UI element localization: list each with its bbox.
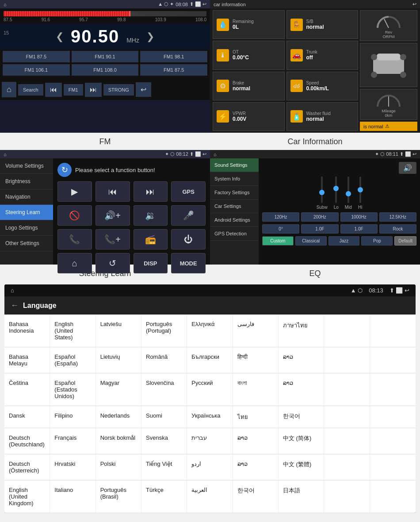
steering-refresh-btn[interactable]: ↻ [57, 163, 72, 177]
steering-btn-phone[interactable]: 📞 [57, 229, 92, 249]
lang-cell[interactable]: Türkçe [141, 480, 187, 513]
lang-cell[interactable]: Svenska [141, 428, 187, 454]
eq-slider-mid-knob[interactable] [346, 191, 351, 196]
lang-cell[interactable]: 中文 (繁體) [279, 454, 324, 480]
lang-cell[interactable]: 한국어 [233, 480, 279, 513]
fm-preset-6[interactable]: FM1 87.5 [140, 64, 207, 76]
fm-slider-area[interactable]: 87.5 91.6 95.7 99.8 103.9 108.0 [0, 8, 210, 24]
steering-menu-steering-learn[interactable]: Steering Learn [0, 205, 53, 220]
lang-cell[interactable]: Português (Portugal) [141, 315, 187, 347]
eq-default-btn[interactable]: Default [394, 236, 416, 246]
lang-cell[interactable]: Suomi [141, 406, 187, 428]
lang-back-btn[interactable]: ← [11, 301, 19, 310]
eq-slider-subw-knob[interactable] [319, 190, 325, 195]
eq-slider-lo-track[interactable] [335, 177, 337, 203]
steering-btn-play[interactable]: ▶ [57, 181, 92, 202]
steering-menu-other[interactable]: Other Settings [0, 236, 53, 251]
lang-cell[interactable]: Čeština [4, 373, 50, 406]
lang-cell[interactable]: Norsk bokmål [96, 428, 141, 454]
steering-btn-mute[interactable]: 🚫 [57, 205, 92, 226]
steering-btn-vol-up[interactable]: 🔊+ [95, 205, 130, 226]
fm-home-btn[interactable]: ⌂ [2, 82, 16, 97]
eq-val-3[interactable]: Rock [379, 224, 416, 234]
lang-cell[interactable]: Dansk [4, 406, 50, 428]
steering-btn-power[interactable]: ⏻ [171, 229, 206, 249]
eq-freq-200[interactable]: 200Hz [301, 212, 338, 222]
fm-preset-2[interactable]: FM1 90.1 [72, 51, 139, 62]
fm-prev-freq-btn[interactable]: ❮ [56, 31, 64, 42]
car-info-back-icon[interactable]: ↩ [412, 1, 416, 7]
lang-cell[interactable]: 한국어 [279, 406, 324, 428]
lang-cell[interactable]: Deutsch (Deutschland) [4, 428, 50, 454]
steering-btn-home[interactable]: ⌂ [57, 253, 92, 273]
lang-cell[interactable]: Русский [187, 373, 233, 406]
lang-cell[interactable]: العربية [187, 480, 233, 513]
fm-band-btn[interactable]: FM1 [64, 84, 83, 96]
fm-preset-3[interactable]: FM1 98.1 [140, 51, 207, 62]
eq-freq-1000[interactable]: 1000Hz [340, 212, 378, 222]
eq-preset-custom[interactable]: Custom [262, 236, 294, 246]
lang-cell[interactable]: Magyar [96, 373, 141, 406]
lang-cell[interactable]: Bahasa Indonesia [4, 315, 50, 347]
lang-cell[interactable]: 日本語 [279, 480, 324, 513]
lang-cell[interactable]: বাংলা [233, 373, 279, 406]
steering-menu-navigation[interactable]: Navigation [0, 189, 53, 205]
fm-next-btn[interactable]: ⏭ [85, 83, 102, 97]
fm-signal-btn[interactable]: STRONG [103, 84, 134, 96]
fm-preset-5[interactable]: FM1 108.0 [72, 64, 139, 76]
lang-cell[interactable]: ລາວ [233, 454, 279, 480]
eq-slider-subw-track[interactable] [321, 177, 323, 203]
fm-preset-1[interactable]: FM1 87.5 [3, 51, 70, 62]
lang-cell[interactable]: Български [187, 347, 233, 373]
eq-menu-system[interactable]: System Info [210, 172, 259, 186]
lang-cell[interactable]: ไทย [233, 406, 279, 428]
eq-freq-125k[interactable]: 12.5KHz [379, 212, 416, 222]
fm-slider-track[interactable] [4, 11, 206, 16]
lang-cell[interactable]: ລາວ [233, 428, 279, 454]
steering-btn-disp[interactable]: DISP [134, 253, 168, 273]
lang-cell[interactable]: Bahasa Melayu [4, 347, 50, 373]
fm-preset-4[interactable]: FM1 106.1 [3, 64, 70, 76]
eq-freq-120[interactable]: 120Hz [262, 212, 299, 222]
lang-cell[interactable]: Italiano [50, 480, 95, 513]
lang-cell[interactable]: עברית [187, 428, 233, 454]
lang-cell[interactable]: Español (España) [50, 347, 95, 373]
lang-cell[interactable]: Filipino [50, 406, 95, 428]
eq-slider-mid-track[interactable] [347, 177, 349, 203]
lang-cell[interactable]: ລາວ [279, 347, 324, 373]
lang-cell[interactable]: Română [141, 347, 187, 373]
steering-btn-prev[interactable]: ⏮ [95, 181, 130, 202]
eq-menu-gps[interactable]: GPS Detection [210, 227, 259, 241]
lang-cell[interactable]: English (United States) [50, 315, 95, 347]
lang-cell[interactable]: Slovenčina [141, 373, 187, 406]
lang-cell[interactable]: हिन्दी [233, 347, 279, 373]
fm-back-btn[interactable]: ↩ [136, 82, 151, 97]
eq-val-2[interactable]: 1.0F [340, 224, 378, 234]
steering-btn-gps[interactable]: GPS [171, 181, 206, 202]
eq-menu-sound[interactable]: Sound Settings [210, 158, 259, 172]
lang-cell[interactable]: Deutsch (Österreich) [4, 454, 50, 480]
steering-btn-radio[interactable]: 📻 [134, 229, 168, 249]
steering-menu-logo[interactable]: Logo Settings [0, 220, 53, 236]
lang-cell[interactable]: اردو [187, 454, 233, 480]
eq-val-1[interactable]: 1.0F [301, 224, 338, 234]
eq-preset-classical[interactable]: Classical [295, 236, 327, 246]
eq-preset-jazz[interactable]: Jazz [328, 236, 360, 246]
eq-val-0[interactable]: 0° [262, 224, 299, 234]
lang-cell[interactable]: 中文 (简体) [279, 428, 324, 454]
lang-cell[interactable]: فارسی [233, 315, 279, 347]
eq-slider-hi-knob[interactable] [358, 187, 363, 192]
lang-cell[interactable]: Tiếng Việt [141, 454, 187, 480]
fm-search-btn[interactable]: Search [18, 84, 43, 96]
steering-btn-undo[interactable]: ↺ [95, 253, 130, 273]
fm-next-freq-btn[interactable]: ❯ [146, 31, 154, 42]
eq-menu-car[interactable]: Car Settings [210, 200, 259, 213]
lang-cell[interactable]: ລາວ [279, 373, 324, 406]
lang-cell[interactable]: Português (Brasil) [96, 480, 141, 513]
eq-menu-factory[interactable]: Factory Settings [210, 186, 259, 200]
lang-cell[interactable]: Lietuvių [96, 347, 141, 373]
eq-menu-android[interactable]: Android Settings [210, 213, 259, 227]
eq-slider-hi-track[interactable] [359, 177, 361, 203]
steering-btn-phone-alt[interactable]: 📞+ [95, 229, 130, 249]
lang-cell[interactable]: Nederlands [96, 406, 141, 428]
